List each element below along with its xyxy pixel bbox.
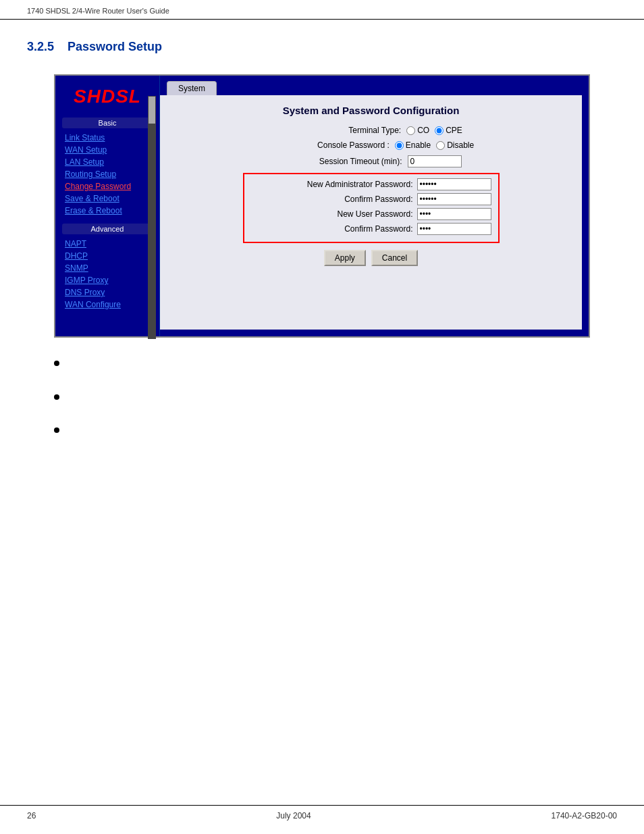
terminal-type-radios: CO CPE [406,126,462,135]
sidebar-link-erase-reboot[interactable]: Erase & Reboot [55,205,159,217]
cancel-button[interactable]: Cancel [371,250,418,266]
bullets-section [0,351,644,465]
sidebar-link-snmp[interactable]: SNMP [55,262,159,274]
sidebar-link-routing[interactable]: Routing Setup [55,168,159,180]
new-user-password-input[interactable] [417,208,491,220]
session-timeout-input[interactable] [408,155,462,167]
footer-date: July 2004 [276,811,311,820]
bullet-dot-1 [54,361,59,366]
sidebar-link-save-reboot[interactable]: Save & Reboot [55,192,159,205]
sidebar-link-lan[interactable]: LAN Setup [55,156,159,168]
doc-footer: 26 July 2004 1740-A2-GB20-00 [0,805,644,820]
bullet-dot-3 [54,427,59,433]
radio-cpe: CPE [435,126,462,135]
footer-doc-number: 1740-A2-GB20-00 [552,811,617,820]
router-screenshot: SHDSL Basic Link Status WAN Setup LAN Se… [54,74,590,338]
confirm-admin-password-row: Confirm Password: [251,193,491,205]
radio-co: CO [406,126,429,135]
confirm-user-password-row: Confirm Password: [251,223,491,235]
bullet-dot-2 [54,394,59,400]
radio-disable: Disable [436,140,474,150]
radio-cpe-label: CPE [446,126,462,135]
basic-badge: Basic [62,118,153,128]
bullet-item-1 [54,358,590,371]
radio-enable: Enable [395,140,431,150]
tab-system[interactable]: System [167,81,217,95]
password-section: New Administrator Password: Confirm Pass… [243,173,500,243]
bullet-text-1 [66,358,69,371]
new-admin-password-label: New Administrator Password: [292,180,413,189]
sidebar-link-wan[interactable]: WAN Setup [55,144,159,156]
scrollbar-thumb[interactable] [149,97,155,124]
console-password-row: Console Password : Enable Disable [173,140,568,150]
confirm-user-password-label: Confirm Password: [292,224,413,234]
sidebar-link-change-password[interactable]: Change Password [55,180,159,192]
sidebar-link-dhcp[interactable]: DHCP [55,250,159,262]
doc-header: 1740 SHDSL 2/4-Wire Router User's Guide [0,0,644,20]
sidebar-scrollbar[interactable] [148,96,156,339]
button-row: Apply Cancel [173,250,568,266]
section-heading: 3.2.5 Password Setup [0,20,644,68]
sidebar-link-napt[interactable]: NAPT [55,238,159,250]
logo-text: SHDSL [74,86,141,107]
confirm-user-password-input[interactable] [417,223,491,235]
bullet-text-2 [66,392,69,405]
bullet-item-2 [54,392,590,405]
sidebar-link-wan-configure[interactable]: WAN Configure [55,298,159,311]
radio-cpe-input[interactable] [435,126,444,135]
content-panel: System and Password Configuration Termin… [160,95,582,330]
new-user-password-row: New User Password: [251,208,491,220]
radio-disable-input[interactable] [436,141,445,150]
radio-co-input[interactable] [406,126,415,135]
sidebar-link-dns[interactable]: DNS Proxy [55,286,159,298]
panel-title: System and Password Configuration [173,105,568,116]
radio-co-label: CO [417,126,429,135]
section-title: 3.2.5 Password Setup [27,40,617,54]
footer-page-number: 26 [27,811,36,820]
router-sidebar: SHDSL Basic Link Status WAN Setup LAN Se… [55,76,160,336]
radio-enable-label: Enable [406,140,431,150]
bullet-item-3 [54,425,590,438]
session-timeout-row: Session Timeout (min): [173,155,568,167]
confirm-admin-password-input[interactable] [417,193,491,205]
session-timeout-label: Session Timeout (min): [281,157,402,166]
sidebar-logo: SHDSL [55,82,159,111]
tab-bar: System [160,76,589,95]
bullet-text-3 [66,425,69,438]
radio-enable-input[interactable] [395,141,404,150]
header-title: 1740 SHDSL 2/4-Wire Router User's Guide [27,7,169,15]
sidebar-link-igmp[interactable]: IGMP Proxy [55,274,159,286]
new-admin-password-row: New Administrator Password: [251,178,491,190]
new-admin-password-input[interactable] [417,178,491,190]
console-password-label: Console Password : [268,140,390,150]
console-password-radios: Enable Disable [395,140,474,150]
terminal-type-row: Terminal Type: CO CPE [173,126,568,135]
radio-disable-label: Disable [447,140,474,150]
confirm-admin-password-label: Confirm Password: [292,194,413,204]
apply-button[interactable]: Apply [324,250,366,266]
sidebar-link-status[interactable]: Link Status [55,132,159,144]
router-main: System System and Password Configuration… [160,76,589,336]
advanced-badge: Advanced [62,224,153,234]
new-user-password-label: New User Password: [292,209,413,219]
terminal-type-label: Terminal Type: [279,126,401,135]
